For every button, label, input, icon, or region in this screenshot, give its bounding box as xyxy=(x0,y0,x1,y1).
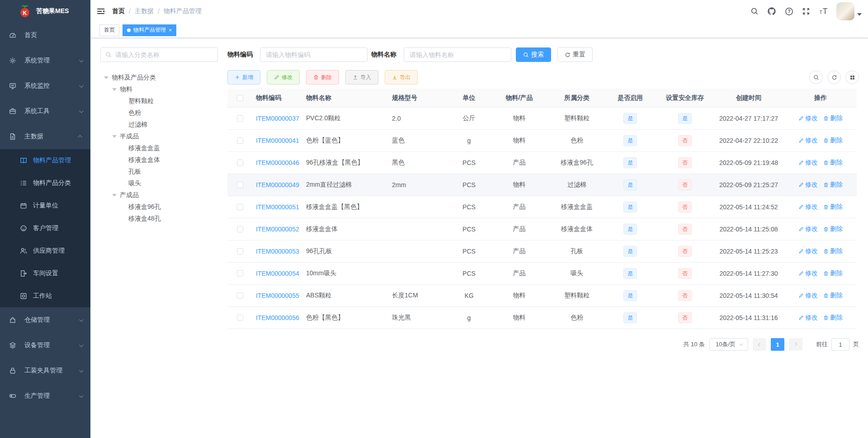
delete-link[interactable]: 删除 xyxy=(823,137,843,145)
help-icon[interactable] xyxy=(780,0,797,23)
prev-page-button[interactable] xyxy=(753,338,766,351)
search-icon[interactable] xyxy=(746,0,763,23)
tree-node[interactable]: 过滤棉 xyxy=(100,119,218,131)
add-button[interactable]: 新增 xyxy=(227,70,260,85)
delete-link[interactable]: 删除 xyxy=(823,269,843,278)
delete-link[interactable]: 删除 xyxy=(823,159,843,167)
import-button[interactable]: 导入 xyxy=(345,70,378,85)
tree-node[interactable]: 半成品 xyxy=(100,131,218,142)
caret-down-icon[interactable] xyxy=(112,194,117,197)
row-checkbox[interactable] xyxy=(237,270,243,277)
item-code-link[interactable]: ITEM00000052 xyxy=(256,226,299,233)
edit-link[interactable]: 修改 xyxy=(798,314,818,322)
tree-node[interactable]: 移液盒盒盖 xyxy=(100,142,218,154)
app-logo[interactable]: 苦糖果MES xyxy=(0,0,90,23)
tab-material-product-mgmt[interactable]: 物料产品管理 × xyxy=(123,24,176,36)
item-code-link[interactable]: ITEM00000046 xyxy=(256,159,299,166)
edit-link[interactable]: 修改 xyxy=(798,269,818,278)
item-code-link[interactable]: ITEM00000056 xyxy=(256,314,299,321)
sidebar-item-workshop-settings[interactable]: 车间设置 xyxy=(0,262,90,285)
sidebar-item-workstation[interactable]: 工作站 xyxy=(0,285,90,307)
select-all-checkbox[interactable] xyxy=(237,95,243,101)
delete-link[interactable]: 删除 xyxy=(823,181,843,189)
sidebar-item-supplier-mgmt[interactable]: 供应商管理 xyxy=(0,240,90,262)
show-search-icon[interactable] xyxy=(809,71,823,84)
category-search-input[interactable] xyxy=(115,51,213,58)
sidebar-item-measure-unit[interactable]: 计量单位 xyxy=(0,194,90,217)
tree-node[interactable]: 孔板 xyxy=(100,166,218,178)
edit-link[interactable]: 修改 xyxy=(798,181,818,189)
tree-node[interactable]: 物料 xyxy=(100,84,218,95)
edit-link[interactable]: 修改 xyxy=(798,292,818,300)
delete-link[interactable]: 删除 xyxy=(823,247,843,255)
edit-link[interactable]: 修改 xyxy=(798,114,818,122)
edit-link[interactable]: 修改 xyxy=(798,225,818,233)
row-checkbox[interactable] xyxy=(237,160,243,166)
sidebar-item-home[interactable]: 首页 xyxy=(0,23,90,48)
delete-link[interactable]: 删除 xyxy=(823,225,843,233)
item-code-link[interactable]: ITEM00000051 xyxy=(256,203,299,211)
sidebar-item-system-monitor[interactable]: 系统监控 xyxy=(0,73,90,99)
material-code-input[interactable] xyxy=(260,47,368,62)
sidebar-item-system-admin[interactable]: 系统管理 xyxy=(0,48,90,73)
row-checkbox[interactable] xyxy=(237,115,243,122)
material-name-input[interactable] xyxy=(404,47,511,62)
sidebar-item-production-mgmt[interactable]: 生产管理 xyxy=(0,383,90,409)
tree-node[interactable]: 色粉 xyxy=(100,107,218,119)
tree-node[interactable]: 吸头 xyxy=(100,178,218,189)
sidebar-item-tooling-mgmt[interactable]: 工装夹具管理 xyxy=(0,358,90,383)
tree-node[interactable]: 产成品 xyxy=(100,189,218,201)
row-checkbox[interactable] xyxy=(237,182,243,188)
edit-link[interactable]: 修改 xyxy=(798,247,818,255)
edit-button[interactable]: 修改 xyxy=(267,70,300,85)
avatar[interactable] xyxy=(836,2,854,20)
tree-node[interactable]: 移液盒48孔 xyxy=(100,213,218,225)
delete-link[interactable]: 删除 xyxy=(823,314,843,322)
font-size-icon[interactable] xyxy=(815,0,832,23)
breadcrumb-home[interactable]: 首页 xyxy=(112,7,125,15)
row-checkbox[interactable] xyxy=(237,315,243,321)
caret-down-icon[interactable] xyxy=(112,135,117,138)
page-number-1[interactable]: 1 xyxy=(771,338,784,351)
search-button[interactable]: 搜索 xyxy=(516,47,551,62)
goto-page-input[interactable] xyxy=(831,338,849,351)
refresh-table-icon[interactable] xyxy=(827,71,841,84)
export-button[interactable]: 导出 xyxy=(385,70,418,85)
row-checkbox[interactable] xyxy=(237,204,243,210)
delete-button[interactable]: 删除 xyxy=(306,70,339,85)
tree-node[interactable]: 塑料颗粒 xyxy=(100,95,218,107)
tree-node[interactable]: 移液盒96孔 xyxy=(100,201,218,213)
sidebar-item-master-data[interactable]: 主数据 xyxy=(0,124,90,149)
item-code-link[interactable]: ITEM00000037 xyxy=(256,115,299,122)
delete-link[interactable]: 删除 xyxy=(823,292,843,300)
item-code-link[interactable]: ITEM00000041 xyxy=(256,137,299,144)
page-size-select[interactable]: 10条/页 xyxy=(709,338,748,351)
tree-node[interactable]: 移液盒盒体 xyxy=(100,154,218,166)
caret-down-icon[interactable] xyxy=(104,76,108,79)
sidebar-item-equipment-mgmt[interactable]: 设备管理 xyxy=(0,333,90,358)
sidebar-item-system-tools[interactable]: 系统工具 xyxy=(0,99,90,124)
sidebar-item-material-product-category[interactable]: 物料产品分类 xyxy=(0,172,90,194)
caret-down-icon[interactable] xyxy=(857,13,862,16)
next-page-button[interactable] xyxy=(789,338,802,351)
item-code-link[interactable]: ITEM00000054 xyxy=(256,270,299,277)
row-checkbox[interactable] xyxy=(237,226,243,232)
row-checkbox[interactable] xyxy=(237,292,243,299)
edit-link[interactable]: 修改 xyxy=(798,203,818,211)
github-icon[interactable] xyxy=(763,0,780,23)
item-code-link[interactable]: ITEM00000055 xyxy=(256,292,299,299)
close-icon[interactable]: × xyxy=(169,28,172,33)
tree-node[interactable]: 物料及产品分类 xyxy=(100,72,218,84)
item-code-link[interactable]: ITEM00000049 xyxy=(256,181,299,188)
reset-button[interactable]: 重置 xyxy=(557,47,593,62)
sidebar-toggle-icon[interactable] xyxy=(90,0,111,23)
sidebar-item-material-product-mgmt[interactable]: 物料产品管理 xyxy=(0,149,90,172)
fullscreen-icon[interactable] xyxy=(797,0,815,23)
column-settings-icon[interactable] xyxy=(845,71,859,84)
tab-home[interactable]: 首页 xyxy=(99,24,119,36)
delete-link[interactable]: 删除 xyxy=(823,114,843,122)
row-checkbox[interactable] xyxy=(237,137,243,144)
edit-link[interactable]: 修改 xyxy=(798,159,818,167)
item-code-link[interactable]: ITEM00000053 xyxy=(256,248,299,255)
delete-link[interactable]: 删除 xyxy=(823,203,843,211)
